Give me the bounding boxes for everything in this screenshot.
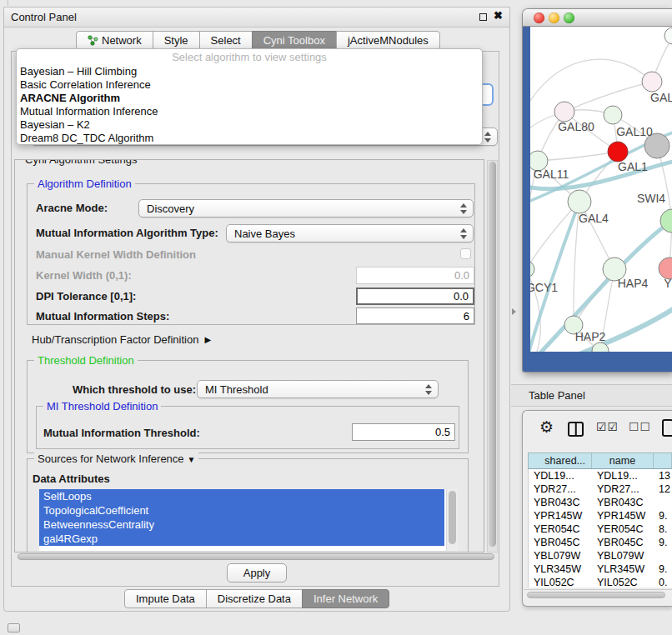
attribute-item-gal4rgexp[interactable]: gal4RGexp xyxy=(39,532,444,546)
network-canvas[interactable]: GALGAL80GAL10GAL1GAL11SWI4GAL4GCY1HAP4YH… xyxy=(530,27,672,352)
column-header-name[interactable]: name xyxy=(592,453,654,468)
threshold-definition-title: Threshold Definition xyxy=(34,354,138,367)
settings-hscroll-thumb[interactable] xyxy=(18,553,494,560)
node-label-gal1: GAL1 xyxy=(618,160,648,173)
attribute-item-selfloops[interactable]: SelfLoops xyxy=(39,489,444,503)
algorithm-option-basic-correlation-inference[interactable]: Basic Correlation Inference xyxy=(17,78,482,92)
data-attributes-list[interactable]: SelfLoopsTopologicalCoefficientBetweenne… xyxy=(39,489,458,551)
mac-close-button[interactable] xyxy=(534,12,544,23)
dpi-tolerance-input[interactable]: 0.0 xyxy=(356,288,474,305)
attribute-item-topologicalcoefficient[interactable]: TopologicalCoefficient xyxy=(39,503,444,518)
column-header-shared[interactable]: shared... xyxy=(529,453,592,468)
tab-label: jActiveMNodules xyxy=(348,32,429,49)
expanded-arrow-icon[interactable]: ▼ xyxy=(188,455,196,464)
network-graph[interactable]: GALGAL80GAL10GAL1GAL11SWI4GAL4GCY1HAP4YH… xyxy=(530,27,672,352)
tab-cyni-toolbox[interactable]: Cyni Toolbox xyxy=(252,31,337,50)
mi-type-label: Mutual Information Algorithm Type: xyxy=(36,227,218,239)
table-row[interactable]: YBR043CYBR043C xyxy=(529,496,672,509)
network-edge[interactable] xyxy=(538,152,618,161)
network-node-gal[interactable] xyxy=(642,72,662,92)
table-row[interactable]: YBL079WYBL079W xyxy=(529,549,672,562)
tab-label: Infer Network xyxy=(313,590,378,608)
dropdown-placeholder: Select algorithm to view settings xyxy=(17,49,482,65)
tab-jactivemnodules[interactable]: jActiveMNodules xyxy=(336,31,440,50)
panel-splitter-arrow-icon[interactable] xyxy=(512,308,516,315)
algorithm-dropdown: Select algorithm to view settings Bayesi… xyxy=(16,48,483,145)
mi-threshold-input[interactable]: 0.5 xyxy=(352,423,455,441)
table-row[interactable]: YPR145WYPR145W9. xyxy=(529,509,672,522)
table-horizontal-scrollbar[interactable] xyxy=(524,589,672,600)
columns-icon[interactable] xyxy=(568,422,584,437)
table-row[interactable]: YDR27...YDR27...12 xyxy=(529,482,672,496)
tab-impute-data[interactable]: Impute Data xyxy=(124,589,207,608)
network-node-gcy1[interactable] xyxy=(530,261,534,278)
tab-label: Cyni Toolbox xyxy=(263,32,325,49)
network-node-gal80[interactable] xyxy=(554,102,574,122)
column-header-cut[interactable] xyxy=(654,453,672,468)
algorithm-option-dream8-dc-tdc-algorithm[interactable]: Dream8 DC_TDC Algorithm xyxy=(17,132,482,145)
settings-horizontal-scrollbar[interactable] xyxy=(16,552,498,561)
kernel-width-input[interactable]: 0.0 xyxy=(356,267,474,284)
network-node-gal10[interactable] xyxy=(604,106,622,124)
attribute-item-betweennesscentrality[interactable]: BetweennessCentrality xyxy=(39,518,444,532)
table-cell: 13 xyxy=(654,469,672,482)
table-cell: YBR043C xyxy=(592,496,654,509)
network-edge[interactable] xyxy=(530,59,652,101)
attr-list-scrollbar[interactable] xyxy=(446,489,458,551)
sources-title-text: Sources for Network Inference xyxy=(38,452,184,465)
mac-zoom-button[interactable] xyxy=(564,12,574,23)
float-panel-icon[interactable] xyxy=(479,13,487,21)
table-row[interactable]: YLR345WYLR345W9. xyxy=(529,562,672,576)
tab-infer-network[interactable]: Infer Network xyxy=(302,589,389,608)
new-table-icon[interactable] xyxy=(662,419,672,437)
table-hscroll-thumb[interactable] xyxy=(527,592,665,598)
table-row[interactable]: YDL19...YDL19...13 xyxy=(529,469,672,482)
table-row[interactable]: YER054CYER054C8. xyxy=(529,522,672,536)
table-row[interactable]: YBR045CYBR045C9. xyxy=(529,536,672,549)
settings-vscroll-thumb[interactable] xyxy=(489,162,496,547)
algorithm-option-bayesian-k2[interactable]: Bayesian – K2 xyxy=(17,118,482,132)
tab-label: Network xyxy=(102,32,142,49)
tab-style[interactable]: Style xyxy=(153,31,200,50)
table-cell: YDR27... xyxy=(592,482,654,496)
network-window-titlebar[interactable] xyxy=(523,9,672,27)
close-icon[interactable]: ✖ xyxy=(494,9,503,22)
tab-select[interactable]: Select xyxy=(199,31,253,50)
algorithm-definition-group: Algorithm Definition Aracne Mode: Discov… xyxy=(27,183,475,325)
table-row[interactable]: YIL052CYIL052C0. xyxy=(529,576,672,588)
mi-algorithm-type-select[interactable]: Naive Bayes xyxy=(226,224,474,242)
aracne-mode-select[interactable]: Discovery xyxy=(138,199,474,218)
network-edge[interactable] xyxy=(530,202,579,269)
which-threshold-select[interactable]: MI Threshold xyxy=(197,380,439,398)
mi-threshold-group-title: MI Threshold Definition xyxy=(43,400,161,412)
deselect-all-checkboxes-icon[interactable]: ☐☐ xyxy=(629,420,651,433)
select-all-checkboxes-icon[interactable]: ☑☑ xyxy=(596,420,619,433)
network-node-gal4[interactable] xyxy=(568,190,591,213)
gear-icon[interactable]: ⚙ xyxy=(539,418,554,437)
minimized-panel-icon[interactable] xyxy=(8,623,20,632)
node-label-y: Y xyxy=(664,277,672,290)
mi-threshold-group: MI Threshold Definition Mutual Informati… xyxy=(36,406,459,449)
network-view-frame: GALGAL80GAL10GAL1GAL11SWI4GAL4GCY1HAP4YH… xyxy=(523,27,672,372)
mac-minimize-button[interactable] xyxy=(549,12,559,23)
network-node[interactable] xyxy=(664,28,672,44)
tab-network[interactable]: Network xyxy=(76,31,153,50)
algorithm-option-mutual-information-inference[interactable]: Mutual Information Inference xyxy=(17,105,482,118)
table-cell xyxy=(654,496,672,509)
manual-kernel-checkbox[interactable] xyxy=(460,248,471,259)
tab-discretize-data[interactable]: Discretize Data xyxy=(206,589,303,608)
hub-definition-toggle[interactable]: Hub/Transcription Factor Definition ▶ xyxy=(32,333,211,346)
algorithm-option-bayesian-hill-climbing[interactable]: Bayesian – Hill Climbing xyxy=(17,65,482,78)
table-cell: 0. xyxy=(654,576,672,588)
table-body: YDL19...YDL19...13YDR27...YDR27...12YBR0… xyxy=(528,469,672,588)
mi-steps-input[interactable]: 6 xyxy=(356,308,474,324)
network-node-gal1[interactable] xyxy=(608,142,628,162)
algorithm-option-aracne-algorithm[interactable]: ARACNE Algorithm xyxy=(17,92,482,105)
cyni-algorithm-settings-group: Cyni Algorithm Settings Algorithm Defini… xyxy=(14,159,484,552)
apply-button[interactable]: Apply xyxy=(227,563,287,582)
which-threshold-label: Which threshold to use: xyxy=(73,383,196,396)
settings-vertical-scrollbar[interactable] xyxy=(487,160,498,552)
app-screen: Control Panel ✖ NetworkStyleSelectCyni T… xyxy=(0,0,672,635)
algorithm-definition-title: Algorithm Definition xyxy=(34,178,135,190)
attr-list-scroll-thumb[interactable] xyxy=(449,491,456,544)
